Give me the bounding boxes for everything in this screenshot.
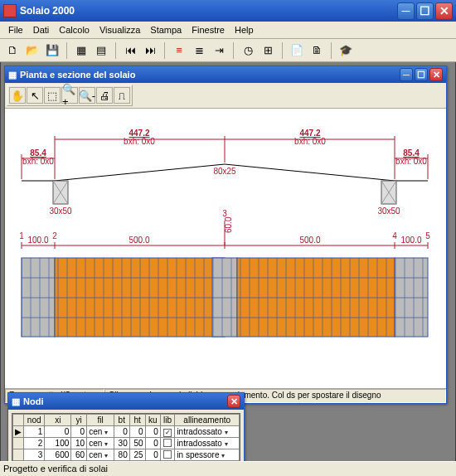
seg2: 500.0 [129, 236, 149, 245]
menu-file[interactable]: File [3, 23, 28, 36]
last-icon[interactable]: ⏭ [141, 41, 159, 60]
zoom-in-icon[interactable]: 🔍+ [61, 87, 78, 104]
menu-stampa[interactable]: Stampa [145, 23, 187, 36]
menu-finestre[interactable]: Finestre [187, 23, 230, 36]
calc-icon[interactable]: ⊞ [259, 41, 277, 60]
span1-bxh: bxh: 0x0 [22, 157, 54, 166]
menu-dati[interactable]: Dati [28, 23, 55, 36]
close-button[interactable]: ✕ [435, 2, 453, 20]
layers-icon[interactable]: ≡ [170, 41, 188, 60]
table-row[interactable]: 210010cen ▾30500intradossato ▾ [13, 438, 240, 449]
first-icon[interactable]: ⏮ [121, 41, 139, 60]
hat-icon[interactable]: 🎓 [337, 41, 355, 60]
main-toolbar: 🗋 📂 💾 ▦ ▤ ⏮ ⏭ ≡ ≣ ⇥ ◷ ⊞ 📄 🗎 🎓 [0, 39, 456, 62]
seg4: 100.0 [400, 236, 421, 245]
plan-toolbar: ✋ ↖ ⬚ 🔍+ 🔍- 🖨 ⎍ [7, 85, 133, 106]
zoom-out-icon[interactable]: 🔍- [79, 87, 95, 104]
table-row[interactable]: 360060cen ▾80250in spessore ▾ [13, 449, 240, 461]
span3-bxh: bxh: 0x0 [294, 137, 326, 146]
mdi-area: ▦ Pianta e sezione del solaio ─ ☐ ✕ ✋ ↖ … [0, 62, 456, 467]
plan-max-button[interactable]: ☐ [415, 68, 428, 81]
app-titlebar: Solaio 2000 ─ ☐ ✕ [0, 0, 456, 22]
plan-min-button[interactable]: ─ [400, 68, 413, 81]
node5: 5 [425, 231, 430, 240]
main-status-text: Progetto e verifica di solai [3, 464, 108, 474]
node2: 2 [52, 231, 57, 240]
menu-help[interactable]: Help [230, 23, 259, 36]
node3: 3 [222, 209, 227, 218]
seg3: 500.0 [299, 236, 320, 245]
menu-visualizza[interactable]: Visualizza [95, 23, 145, 36]
open-icon[interactable]: 📂 [23, 41, 41, 60]
nodi-icon: ▦ [12, 396, 20, 407]
app-title: Solaio 2000 [20, 5, 397, 17]
menubar: File Dati Calcolo Visualizza Stampa Fine… [0, 22, 456, 39]
drawing-canvas[interactable]: 30x50 30x50 80x25 85.4 bxh: 0 [5, 108, 446, 388]
plan-window-icon: ▦ [8, 70, 17, 80]
maximize-button[interactable]: ☐ [416, 2, 434, 20]
zoom-window-icon[interactable]: ⬚ [44, 87, 61, 104]
plan-slab [22, 258, 428, 337]
arrow-icon[interactable]: ↖ [27, 87, 43, 104]
app-icon [3, 4, 17, 17]
plan-section-window: ▦ Pianta e sezione del solaio ─ ☐ ✕ ✋ ↖ … [4, 66, 447, 404]
clock-icon[interactable]: ◷ [239, 41, 257, 60]
print-icon[interactable]: 🖨 [96, 87, 113, 104]
span4-bxh: bxh: 0x0 [395, 157, 427, 166]
save-icon[interactable]: 💾 [43, 41, 61, 60]
table-row[interactable]: ▶100cen ▾000✓intradossato ▾ [13, 426, 240, 438]
indent-icon[interactable]: ⇥ [210, 41, 228, 60]
center-label: 80x25 [213, 167, 236, 176]
support1-label: 30x50 [49, 206, 72, 216]
seg1: 100.0 [27, 236, 48, 245]
nodi-close-button[interactable]: ✕ [227, 395, 240, 408]
node4: 4 [392, 231, 397, 240]
span2-bxh: bxh: 0x0 [124, 137, 155, 146]
minimize-button[interactable]: ─ [397, 2, 415, 20]
hand-icon[interactable]: ✋ [9, 87, 26, 104]
nodi-title: Nodi [23, 396, 227, 406]
plan-close-button[interactable]: ✕ [429, 68, 443, 81]
report-icon[interactable]: 📄 [288, 41, 306, 60]
plan-window-title: Pianta e sezione del solaio [20, 70, 400, 80]
main-statusbar: Progetto e verifica di solai [0, 461, 456, 476]
new-icon[interactable]: 🗋 [3, 41, 22, 60]
drawing-svg: 30x50 30x50 80x25 85.4 bxh: 0 [5, 109, 446, 388]
nodi-header-row: nodxiyifilbthtkuliballineamento [13, 415, 240, 426]
svg-rect-22 [22, 258, 55, 337]
preview-icon[interactable]: 🗎 [308, 41, 326, 60]
svg-rect-25 [237, 258, 395, 337]
grid-icon[interactable]: ▦ [72, 41, 90, 60]
sliders-icon[interactable]: ⎍ [114, 87, 130, 104]
node1: 1 [19, 231, 24, 240]
svg-rect-24 [212, 258, 237, 337]
align-icon[interactable]: ≣ [190, 41, 208, 60]
menu-calcolo[interactable]: Calcolo [54, 23, 95, 36]
svg-rect-23 [55, 258, 225, 337]
support2-label: 30x50 [377, 206, 400, 216]
list-icon[interactable]: ▤ [92, 41, 110, 60]
dim-h: 60.0 [224, 216, 233, 233]
